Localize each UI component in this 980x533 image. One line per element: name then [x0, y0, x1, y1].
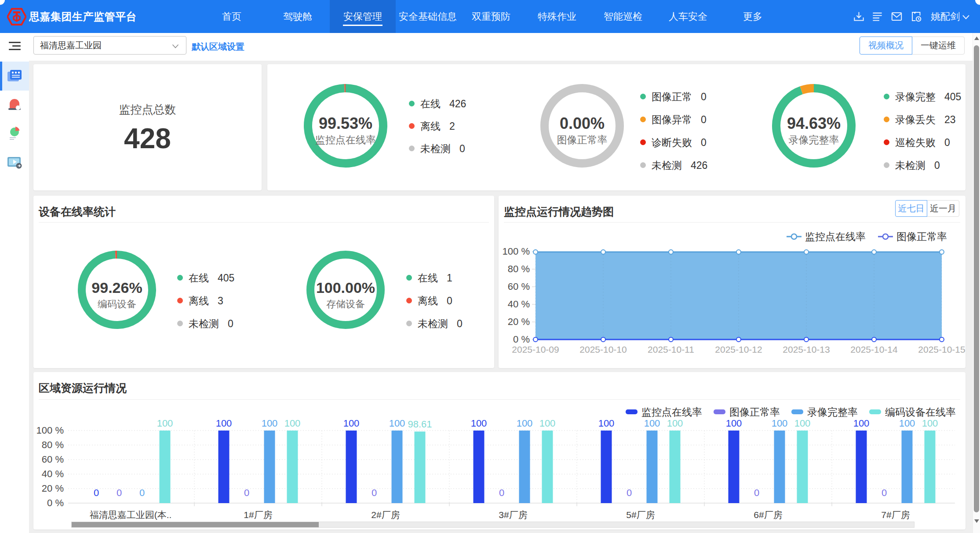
left-sidebar — [0, 61, 29, 533]
legend-name: 巡检失败 — [895, 136, 936, 150]
mail-icon[interactable] — [891, 11, 903, 22]
window-corner-top-left — [0, 0, 5, 5]
nav-item-6[interactable]: 智能巡检 — [604, 0, 642, 33]
svg-text:0: 0 — [372, 487, 377, 498]
svg-text:80 %: 80 % — [42, 439, 64, 450]
gauge-center-label: 录像完整率 — [772, 135, 856, 145]
svg-text:100: 100 — [899, 418, 915, 429]
svg-text:2025-10-10: 2025-10-10 — [579, 344, 627, 354]
svg-text:0: 0 — [94, 487, 99, 498]
sidebar-item-video-wall[interactable] — [0, 62, 29, 91]
svg-text:福清思嘉工业园(本..: 福清思嘉工业园(本.. — [90, 510, 172, 520]
download-icon[interactable] — [853, 11, 865, 22]
legend-name: 录像丢失 — [895, 113, 936, 127]
svg-text:20 %: 20 % — [508, 316, 530, 327]
task-clock-icon[interactable] — [910, 11, 922, 22]
legend-name: 离线 — [418, 294, 438, 308]
user-chevron-down-icon[interactable] — [962, 14, 970, 19]
nav-item-4[interactable]: 双重预防 — [472, 0, 510, 33]
legend-value: 23 — [944, 114, 956, 126]
legend-value: 0 — [457, 318, 463, 330]
legend-value: 0 — [447, 295, 452, 307]
legend-name: 录像完整 — [895, 90, 936, 104]
nav-item-3[interactable]: 安全基础信息 — [399, 0, 457, 33]
svg-text:0: 0 — [117, 487, 122, 498]
toggle-last-7-days[interactable]: 近七日 — [895, 200, 927, 217]
toolbar: 福清思嘉工业园 默认区域设置 视频概况 一键运维 — [0, 33, 980, 61]
region-bar-chart: 0 %20 %40 %60 %80 %100 %0100100100100100… — [33, 372, 965, 529]
trend-area-chart: 0 %20 %40 %60 %80 %100 %2025-10-092025-1… — [499, 196, 965, 368]
legend-dot — [884, 94, 889, 99]
trend-card: 监控点运行情况趋势图 近七日 近一月 监控点在线率图像正常率 0 %20 %40… — [499, 196, 965, 368]
svg-text:100: 100 — [471, 418, 487, 429]
top-navbar: 思嘉集团生产监管平台 首页驾驶舱安保管理安全基础信息双重预防特殊作业智能巡检人车… — [0, 0, 980, 33]
app-title: 思嘉集团生产监管平台 — [29, 0, 137, 33]
nav-item-1[interactable]: 驾驶舱 — [283, 0, 312, 33]
svg-text:60 %: 60 % — [508, 281, 530, 292]
svg-text:0: 0 — [882, 487, 887, 498]
default-region-settings-link[interactable]: 默认区域设置 — [192, 33, 244, 61]
region-chart-scrollbar-thumb[interactable] — [72, 522, 319, 527]
page-scrollbar[interactable] — [973, 33, 980, 533]
legend-name: 未检测 — [895, 159, 925, 172]
gauge-storage-device: 100.00%存储设备在线1离线0未检测0 — [33, 196, 494, 368]
sidebar-item-playback[interactable] — [0, 148, 29, 177]
svg-text:100: 100 — [216, 418, 232, 429]
nav-item-2-active[interactable]: 安保管理 — [343, 0, 382, 33]
nav-item-0[interactable]: 首页 — [222, 0, 241, 33]
region-resources-card: 区域资源运行情况 监控点在线率图像正常率录像完整率编码设备在线率 0 %20 %… — [33, 372, 965, 529]
total-points-value: 428 — [33, 122, 262, 155]
alarm-icon — [6, 96, 23, 113]
svg-text:100: 100 — [644, 418, 660, 429]
svg-text:80 %: 80 % — [508, 263, 530, 274]
one-key-ops-button[interactable]: 一键运维 — [912, 37, 965, 55]
nav-item-5[interactable]: 特殊作业 — [538, 0, 576, 33]
legend-name: 未检测 — [418, 317, 448, 331]
svg-text:0: 0 — [627, 487, 632, 498]
gauge-legend-item: 录像完整405 — [884, 90, 961, 104]
legend-value: 0 — [934, 160, 940, 172]
page-scrollbar-thumb[interactable] — [974, 45, 979, 512]
log-lines-icon[interactable] — [871, 11, 883, 22]
brand-logo-icon — [7, 7, 26, 26]
svg-text:60 %: 60 % — [42, 454, 64, 465]
svg-text:2025-10-14: 2025-10-14 — [850, 344, 898, 354]
gauge-percent-value: 94.63% — [772, 116, 856, 131]
collapse-menu-icon[interactable] — [9, 42, 21, 50]
video-playback-icon — [6, 154, 23, 171]
gauge-legend-item: 离线0 — [406, 294, 452, 308]
region-chart-scrollbar[interactable] — [71, 522, 914, 528]
svg-text:100: 100 — [667, 418, 683, 429]
scroll-down-arrow-icon[interactable] — [974, 519, 979, 523]
select-chevron-down-icon — [172, 43, 179, 47]
gauge-legend-item: 巡检失败0 — [884, 136, 950, 150]
svg-text:100: 100 — [922, 418, 938, 429]
username[interactable]: 姚配剑 — [931, 0, 960, 33]
svg-text:2025-10-11: 2025-10-11 — [648, 344, 694, 354]
region-select[interactable]: 福清思嘉工业园 — [33, 36, 186, 55]
legend-dot — [406, 321, 412, 326]
svg-text:100: 100 — [794, 418, 811, 429]
scroll-up-arrow-icon[interactable] — [974, 37, 979, 40]
svg-text:5#厂房: 5#厂房 — [626, 510, 655, 520]
sidebar-item-report[interactable] — [0, 119, 29, 148]
legend-value: 405 — [944, 91, 961, 103]
svg-text:100: 100 — [853, 418, 870, 429]
nav-item-8[interactable]: 更多 — [743, 0, 762, 33]
legend-dot — [406, 275, 412, 281]
svg-text:0 %: 0 % — [47, 497, 64, 508]
video-overview-button[interactable]: 视频概况 — [860, 37, 912, 55]
legend-dot — [406, 298, 412, 303]
nav-item-7[interactable]: 人车安全 — [669, 0, 707, 33]
svg-text:100: 100 — [262, 418, 278, 429]
svg-text:6#厂房: 6#厂房 — [754, 510, 782, 520]
svg-text:7#厂房: 7#厂房 — [881, 510, 910, 520]
svg-text:2#厂房: 2#厂房 — [371, 510, 400, 520]
svg-text:100: 100 — [726, 418, 742, 429]
svg-text:0: 0 — [499, 487, 504, 498]
svg-text:20 %: 20 % — [42, 483, 64, 494]
svg-text:2025-10-13: 2025-10-13 — [783, 344, 830, 354]
sidebar-item-alarm[interactable] — [0, 90, 29, 119]
svg-text:2025-10-09: 2025-10-09 — [512, 344, 559, 354]
gauge-legend-item: 录像丢失23 — [884, 113, 956, 127]
